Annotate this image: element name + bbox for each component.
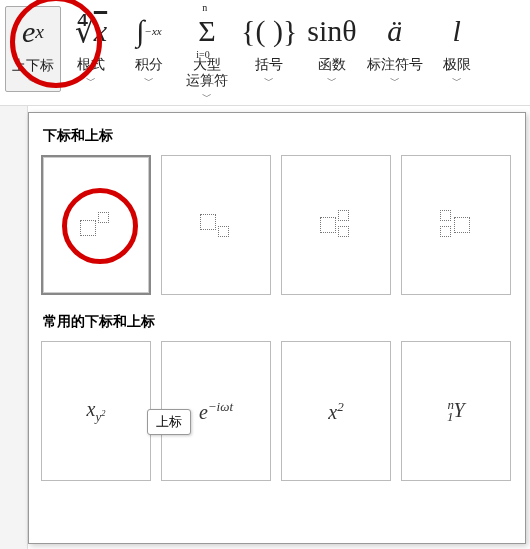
document-gutter	[0, 106, 28, 549]
script-template-grid	[41, 155, 513, 295]
chevron-down-icon: ﹀	[327, 74, 337, 88]
math-expression: xy2	[87, 398, 106, 425]
math-expression: n1Y	[447, 397, 464, 426]
section-title-common: 常用的下标和上标	[43, 313, 513, 331]
ribbon-icon: ∫−xx	[136, 8, 161, 54]
chevron-down-icon: ﹀	[144, 74, 154, 88]
chevron-down-icon: ﹀	[202, 90, 212, 104]
ribbon-icon: {( )}	[241, 8, 297, 54]
script-placeholder	[316, 210, 356, 240]
ribbon-item-积分[interactable]: ∫−xx积分﹀	[121, 6, 177, 90]
chevron-down-icon: ﹀	[86, 74, 96, 88]
chevron-down-icon: ﹀	[28, 75, 38, 89]
math-expression: x2	[328, 399, 343, 424]
ribbon-label: 括号	[255, 56, 283, 72]
script-placeholder	[76, 210, 116, 240]
ribbon-item-函数[interactable]: sinθ函数﹀	[303, 6, 360, 90]
ribbon-item-大型运算符[interactable]: nΣi=0大型 运算符﹀	[179, 6, 235, 106]
script-placeholder	[196, 210, 236, 240]
ribbon-label: 大型 运算符	[186, 56, 228, 88]
ribbon-label: 上下标	[12, 57, 54, 73]
script-tile-sub-superscript-left[interactable]	[401, 155, 511, 295]
script-tile-superscript[interactable]	[41, 155, 151, 295]
equation-ribbon: ex上下标﹀∜x根式﹀∫−xx积分﹀nΣi=0大型 运算符﹀{( )}括号﹀si…	[0, 0, 530, 106]
ribbon-icon: sinθ	[307, 8, 356, 54]
ribbon-icon: nΣi=0	[198, 8, 215, 54]
script-tile-subscript[interactable]	[161, 155, 271, 295]
tooltip: 上标	[147, 409, 191, 435]
ribbon-label: 标注符号	[367, 56, 423, 72]
ribbon-icon: l	[453, 8, 461, 54]
math-expression: e−iωt	[199, 399, 233, 424]
common-script-grid: xy2e−iωtx2n1Y	[41, 341, 513, 481]
ribbon-item-上下标[interactable]: ex上下标﹀	[5, 6, 61, 92]
chevron-down-icon: ﹀	[452, 74, 462, 88]
chevron-down-icon: ﹀	[264, 74, 274, 88]
common-tile-2[interactable]: x2	[281, 341, 391, 481]
ribbon-label: 积分	[135, 56, 163, 72]
ribbon-item-极限[interactable]: l极限﹀	[429, 6, 485, 90]
ribbon-label: 极限	[443, 56, 471, 72]
ribbon-icon: ∜x	[75, 8, 107, 54]
ribbon-icon: ä	[387, 8, 402, 54]
common-tile-0[interactable]: xy2	[41, 341, 151, 481]
script-tile-sub-superscript-right[interactable]	[281, 155, 391, 295]
ribbon-icon: ex	[22, 9, 44, 55]
ribbon-item-根式[interactable]: ∜x根式﹀	[63, 6, 119, 90]
ribbon-item-括号[interactable]: {( )}括号﹀	[237, 6, 301, 90]
ribbon-item-标注符号[interactable]: ä标注符号﹀	[363, 6, 427, 90]
script-dropdown-panel: 下标和上标 常用的下标和上标 xy2e−iωtx2n1Y 上标	[28, 112, 526, 544]
chevron-down-icon: ﹀	[390, 74, 400, 88]
ribbon-label: 根式	[77, 56, 105, 72]
section-title-scripts: 下标和上标	[43, 127, 513, 145]
common-tile-3[interactable]: n1Y	[401, 341, 511, 481]
ribbon-label: 函数	[318, 56, 346, 72]
script-placeholder	[436, 210, 476, 240]
